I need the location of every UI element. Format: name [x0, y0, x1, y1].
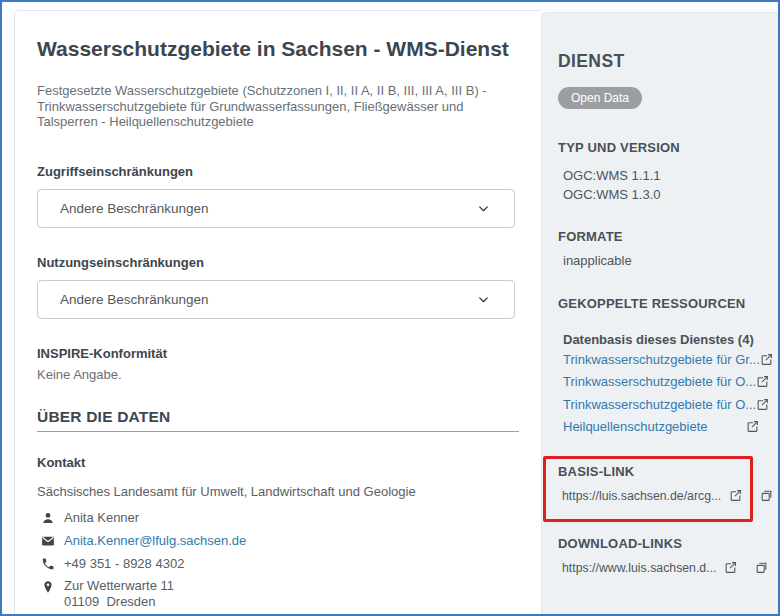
contact-email-row: Anita.Kenner@lfulg.sachsen.de	[37, 532, 519, 549]
inspire-value: Keine Angabe.	[37, 367, 519, 383]
external-link-icon[interactable]	[756, 398, 769, 411]
open-data-badge: Open Data	[558, 87, 642, 109]
inspire-label: INSPIRE-Konformität	[37, 346, 519, 362]
mail-icon	[41, 534, 55, 548]
external-link-icon[interactable]	[756, 375, 769, 388]
type-version-value: OGC:WMS 1.1.1	[563, 166, 762, 185]
formats-label: FORMATE	[558, 229, 762, 245]
phone-icon	[41, 557, 55, 571]
access-restrictions-select[interactable]: Andere Beschränkungen	[37, 189, 515, 228]
copy-icon[interactable]	[760, 489, 773, 502]
main-content-card: Wasserschutzgebiete in Sachsen - WMS-Die…	[14, 10, 541, 616]
sidebar-heading: DIENST	[558, 51, 762, 72]
download-links-section: DOWNLOAD-LINKS https://www.luis.sachsen.…	[558, 536, 762, 576]
download-link-row: https://www.luis.sachsen.d...	[562, 559, 762, 576]
person-icon	[41, 511, 55, 525]
coupled-resource-link[interactable]: Trinkwasserschutzgebiete für O...	[563, 374, 756, 389]
copy-icon[interactable]	[755, 561, 768, 574]
formats-value: inapplicable	[563, 252, 762, 269]
usage-restrictions-select[interactable]: Andere Beschränkungen	[37, 280, 515, 319]
service-description: Festgesetzte Wasserschutzgebiete (Schutz…	[37, 83, 515, 130]
contact-address-row: Zur Wetterwarte 1101109 DresdenDeutschla…	[37, 578, 519, 616]
contact-address: Zur Wetterwarte 1101109 DresdenDeutschla…	[64, 578, 174, 616]
basis-link-section: BASIS-LINK https://luis.sachsen.de/arcg.…	[558, 464, 762, 504]
organization-name: Sächsisches Landesamt für Umwelt, Landwi…	[37, 484, 519, 500]
contact-phone: +49 351 - 8928 4302	[64, 555, 184, 572]
access-restrictions-label: Zugriffseinschränkungen	[37, 164, 519, 180]
external-link-icon[interactable]	[724, 561, 737, 574]
basis-link-label: BASIS-LINK	[558, 464, 762, 480]
basis-link-url[interactable]: https://luis.sachsen.de/arcg...	[562, 489, 721, 503]
download-link-url[interactable]: https://www.luis.sachsen.d...	[562, 561, 716, 575]
coupled-resources-section: GEKOPPELTE RESSOURCEN Datenbasis dieses …	[558, 296, 762, 435]
coupled-resource-link[interactable]: Trinkwasserschutzgebiete für O...	[563, 397, 756, 412]
usage-restrictions-label: Nutzungseinschränkungen	[37, 255, 519, 271]
usage-restrictions-field: Nutzungseinschränkungen Andere Beschränk…	[37, 255, 519, 319]
chevron-down-icon	[477, 293, 490, 306]
chevron-down-icon	[477, 202, 490, 215]
coupled-resource-row: Trinkwasserschutzgebiete für O...	[563, 374, 759, 390]
coupled-resource-link[interactable]: Heilquellenschutzgebiete	[563, 419, 708, 434]
contact-block: Kontakt Sächsisches Landesamt für Umwelt…	[37, 455, 519, 616]
coupled-resource-row: Heilquellenschutzgebiete	[563, 419, 759, 435]
contact-person: Anita Kenner	[64, 509, 139, 526]
type-version-section: TYP UND VERSION OGC:WMS 1.1.1 OGC:WMS 1.…	[558, 140, 762, 204]
contact-email-link[interactable]: Anita.Kenner@lfulg.sachsen.de	[64, 532, 246, 549]
page-title: Wasserschutzgebiete in Sachsen - WMS-Die…	[37, 37, 519, 60]
inspire-conformity: INSPIRE-Konformität Keine Angabe.	[37, 346, 519, 383]
about-data-heading: ÜBER DIE DATEN	[37, 408, 519, 426]
coupled-resources-label: GEKOPPELTE RESSOURCEN	[558, 296, 762, 312]
contact-label: Kontakt	[37, 455, 519, 471]
download-links-label: DOWNLOAD-LINKS	[558, 536, 762, 552]
access-restrictions-value: Andere Beschränkungen	[60, 201, 209, 216]
basis-link-row: https://luis.sachsen.de/arcg...	[562, 487, 762, 504]
contact-phone-row: +49 351 - 8928 4302	[37, 555, 519, 572]
contact-person-row: Anita Kenner	[37, 509, 519, 526]
formats-section: FORMATE inapplicable	[558, 229, 762, 269]
coupled-resource-link[interactable]: Trinkwasserschutzgebiete für Gr...	[563, 352, 760, 367]
service-sidebar: DIENST Open Data TYP UND VERSION OGC:WMS…	[541, 12, 778, 614]
metadata-detail-page: Wasserschutzgebiete in Sachsen - WMS-Die…	[0, 0, 780, 616]
coupled-resources-sublabel: Datenbasis dieses Dienstes (4)	[563, 332, 762, 348]
access-restrictions-field: Zugriffseinschränkungen Andere Beschränk…	[37, 164, 519, 228]
external-link-icon[interactable]	[729, 489, 742, 502]
usage-restrictions-value: Andere Beschränkungen	[60, 292, 209, 307]
external-link-icon[interactable]	[746, 420, 759, 433]
coupled-resource-row: Trinkwasserschutzgebiete für O...	[563, 396, 759, 412]
type-version-value: OGC:WMS 1.3.0	[563, 185, 762, 204]
section-divider	[37, 431, 519, 432]
type-version-label: TYP UND VERSION	[558, 140, 762, 156]
location-pin-icon	[41, 580, 55, 594]
external-link-icon[interactable]	[760, 353, 773, 366]
coupled-resource-row: Trinkwasserschutzgebiete für Gr...	[563, 351, 759, 367]
